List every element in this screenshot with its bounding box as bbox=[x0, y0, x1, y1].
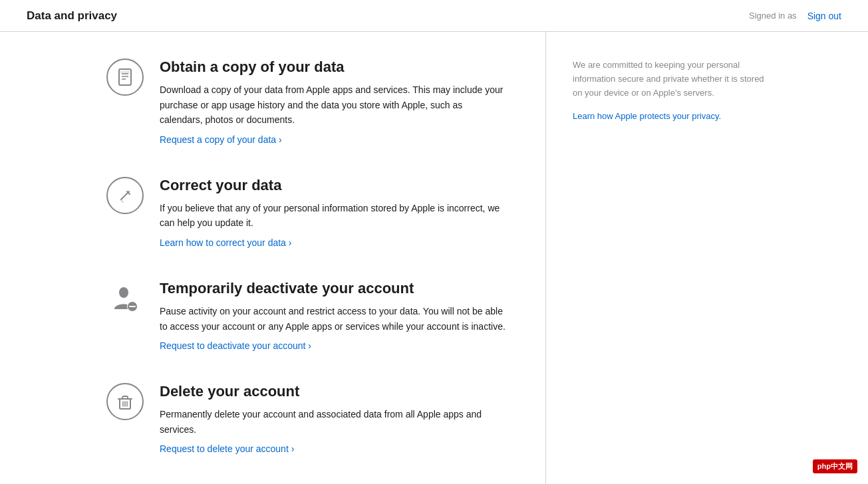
obtain-data-text: Obtain a copy of your data Download a co… bbox=[160, 59, 506, 145]
obtain-data-section: Obtain a copy of your data Download a co… bbox=[106, 59, 506, 145]
svg-point-7 bbox=[119, 287, 128, 298]
deactivate-section: Temporarily deactivate your account Paus… bbox=[106, 280, 506, 351]
correct-data-icon bbox=[106, 177, 144, 214]
deactivate-desc: Pause activity on your account and restr… bbox=[160, 304, 506, 334]
correct-data-section: Correct your data If you believe that an… bbox=[106, 177, 506, 248]
watermark: php中文网 bbox=[813, 459, 857, 473]
deactivate-title: Temporarily deactivate your account bbox=[160, 280, 506, 297]
page-header: Data and privacy Signed in as Sign out bbox=[0, 0, 868, 32]
delete-desc: Permanently delete your account and asso… bbox=[160, 407, 506, 437]
obtain-data-title: Obtain a copy of your data bbox=[160, 59, 506, 76]
delete-text: Delete your account Permanently delete y… bbox=[160, 383, 506, 454]
correct-data-link[interactable]: Learn how to correct your data › bbox=[160, 237, 291, 248]
obtain-data-icon bbox=[106, 59, 144, 96]
person-minus-icon bbox=[106, 280, 144, 317]
deactivate-link[interactable]: Request to deactivate your account › bbox=[160, 340, 311, 351]
obtain-data-link[interactable]: Request a copy of your data › bbox=[160, 134, 282, 145]
delete-title: Delete your account bbox=[160, 383, 506, 400]
correct-data-text: Correct your data If you believe that an… bbox=[160, 177, 506, 248]
page-layout: Obtain a copy of your data Download a co… bbox=[0, 32, 868, 484]
sidebar-text: We are committed to keeping your persona… bbox=[573, 59, 772, 100]
svg-rect-4 bbox=[120, 71, 130, 73]
obtain-data-desc: Download a copy of your data from Apple … bbox=[160, 82, 506, 127]
sign-out-button[interactable]: Sign out bbox=[807, 11, 841, 21]
deactivate-icon bbox=[106, 280, 144, 317]
signed-in-text: Signed in as bbox=[749, 11, 797, 21]
header-right: Signed in as Sign out bbox=[749, 11, 841, 21]
pencil-icon bbox=[106, 177, 144, 214]
delete-section: Delete your account Permanently delete y… bbox=[106, 383, 506, 454]
document-icon bbox=[106, 59, 144, 96]
correct-data-title: Correct your data bbox=[160, 177, 506, 194]
trash-icon bbox=[106, 383, 144, 420]
delete-icon bbox=[106, 383, 144, 420]
sidebar-link[interactable]: Learn how Apple protects your privacy. bbox=[573, 111, 721, 121]
correct-data-desc: If you believe that any of your personal… bbox=[160, 201, 506, 231]
page-title: Data and privacy bbox=[27, 9, 117, 23]
deactivate-text: Temporarily deactivate your account Paus… bbox=[160, 280, 506, 351]
delete-link[interactable]: Request to delete your account › bbox=[160, 443, 294, 454]
main-content: Obtain a copy of your data Download a co… bbox=[0, 32, 545, 484]
sidebar: We are committed to keeping your persona… bbox=[545, 32, 798, 484]
